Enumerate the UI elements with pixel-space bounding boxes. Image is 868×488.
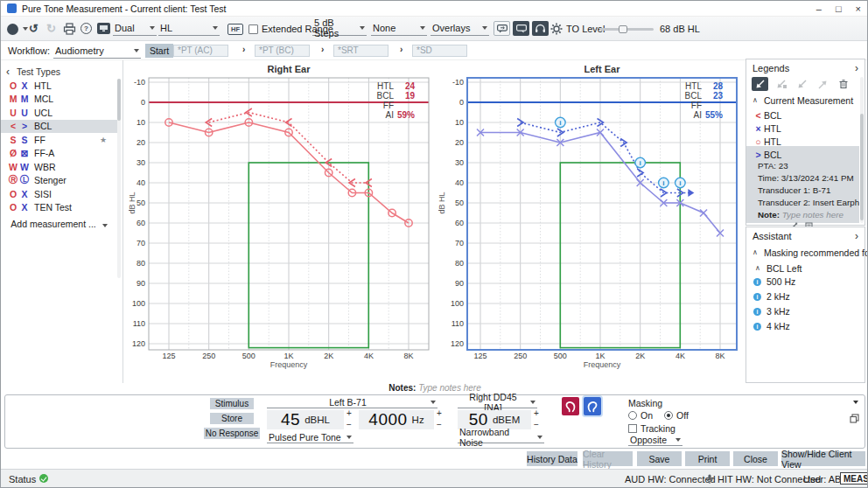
masking-badge-icon[interactable]: i — [676, 178, 686, 188]
history-data-button[interactable]: History Data — [527, 451, 578, 466]
svg-text:10: 10 — [136, 118, 145, 127]
masking-off-radio[interactable]: Off — [664, 410, 689, 421]
delete-curve-icon[interactable] — [835, 77, 851, 91]
settings-gear-icon[interactable] — [550, 23, 563, 35]
masking-badge-icon[interactable]: i — [556, 117, 566, 128]
tracking-checkbox[interactable]: Tracking — [628, 423, 676, 434]
test-type-mcl[interactable]: MMMCL — [1, 93, 117, 107]
collapse-masking-icon[interactable]: ∧ — [752, 248, 758, 256]
add-measurement-button[interactable]: Add measurement ... — [1, 219, 117, 229]
measurement-note[interactable]: Note: Type notes here — [746, 210, 859, 220]
level-decrease-button[interactable]: − — [345, 421, 354, 429]
frequency-decrease-button[interactable]: − — [435, 421, 444, 429]
svg-text:BCL: BCL — [377, 91, 395, 101]
left-ear-audiogram[interactable]: iiiiLeft Ear-100102030405060708090100110… — [438, 62, 746, 370]
masking-frequency-2-khz[interactable]: i2 kHz — [746, 291, 859, 302]
collapse-section-icon[interactable]: ∧ — [752, 96, 758, 104]
masking-unit: dBEM — [493, 415, 520, 425]
step-size-select[interactable]: 5 dB Steps — [312, 21, 367, 36]
overlays-select[interactable]: Overlays — [430, 21, 489, 36]
collapse-panel-icon[interactable] — [849, 398, 859, 407]
test-type-sisi[interactable]: OXSISI — [1, 187, 117, 201]
masking-frequency-500-hz[interactable]: i500 Hz — [746, 276, 859, 287]
close-button[interactable]: Close — [733, 451, 778, 466]
menu-caret-icon[interactable] — [19, 27, 28, 31]
masking-increase-button[interactable]: + — [532, 409, 541, 418]
show-hide-client-view-button[interactable]: Show/Hide Client View — [781, 451, 865, 466]
legends-expand-icon[interactable]: › — [855, 62, 858, 74]
svg-text:110: 110 — [452, 319, 464, 328]
masking-badge-icon[interactable]: i — [635, 157, 646, 168]
extended-range-checkbox[interactable] — [248, 24, 258, 34]
left-ear-icon[interactable] — [584, 397, 601, 415]
test-type-bcl[interactable]: <>BCL — [1, 120, 117, 134]
close-button[interactable]: × — [856, 3, 861, 14]
workflow-start-button[interactable]: Start — [145, 44, 173, 58]
masking-badge-icon[interactable]: i — [659, 178, 669, 188]
print-icon[interactable] — [63, 23, 76, 35]
app-icon — [7, 3, 17, 13]
collapse-sidebar-icon[interactable]: ‹ — [6, 66, 10, 78]
save-button[interactable]: Save — [637, 451, 682, 466]
talk-back-icon[interactable] — [513, 21, 529, 36]
legends-scrollbar[interactable] — [860, 77, 864, 223]
assistant-expand-icon[interactable]: › — [855, 230, 858, 242]
masking-on-radio[interactable]: On — [628, 410, 653, 421]
collapse-bcl-left-icon[interactable]: ∧ — [755, 264, 760, 272]
high-frequency-toggle[interactable]: HF — [228, 24, 243, 35]
masking-side-select[interactable]: Opposite — [628, 435, 682, 446]
store-button[interactable]: Store — [210, 413, 254, 424]
client-monitor-icon[interactable] — [97, 23, 110, 34]
menu-icon[interactable] — [6, 23, 18, 35]
noise-type-select[interactable]: Narrowband Noise — [458, 432, 544, 443]
sidebar-scrollbar[interactable] — [117, 79, 121, 278]
workflow-label: Workflow: — [8, 45, 50, 56]
right-ear-audiogram[interactable]: Right Ear-100102030405060708090100110120… — [129, 62, 440, 370]
clear-history-button: Clear History — [583, 451, 633, 466]
left-ear-symbol: ⊠ — [19, 148, 30, 158]
right-ear-symbol: < — [8, 121, 18, 131]
right-ear-icon[interactable] — [562, 397, 579, 415]
legend-item-bcl[interactable]: >BCL — [746, 148, 859, 161]
frequency-increase-button[interactable]: + — [435, 409, 444, 418]
test-type-ten-test[interactable]: OXTEN Test — [1, 201, 117, 215]
maximize-button[interactable]: □ — [836, 3, 842, 14]
curve-symbol: ○ — [752, 136, 764, 147]
masking-frequency-4-khz[interactable]: i4 kHz — [746, 321, 859, 331]
undo-icon[interactable]: ↺ — [29, 22, 38, 35]
minimize-button[interactable]: – — [816, 3, 822, 14]
stimulus-type-select[interactable]: Pulsed Pure Tone — [267, 432, 354, 443]
monitor-headset-icon[interactable] — [532, 21, 549, 36]
no-response-button[interactable]: No Response — [204, 428, 260, 439]
left-ear-audiogram-svg[interactable]: iiiiLeft Ear-100102030405060708090100110… — [438, 62, 746, 370]
to-level-slider-thumb[interactable] — [619, 25, 627, 33]
legend-item-htl[interactable]: ×HTL — [746, 122, 859, 135]
output-level-select[interactable]: HL — [158, 21, 220, 36]
print-button[interactable]: Print — [685, 451, 730, 466]
masking-frequency-3-khz[interactable]: i3 kHz — [746, 306, 859, 317]
test-type-ucl[interactable]: UUUCL — [1, 106, 117, 120]
store-measurement-icon[interactable] — [752, 77, 768, 91]
test-type-stenger[interactable]: ⓇⓁStenger — [1, 174, 117, 188]
right-transducer-select[interactable]: Right DD45 [NA] — [458, 397, 537, 408]
left-transducer-select[interactable]: Left B-71 — [267, 397, 438, 408]
stimulus-button[interactable]: Stimulus — [210, 398, 254, 409]
left-ear-symbol: W — [19, 162, 30, 172]
right-ear-audiogram-svg[interactable]: Right Ear-100102030405060708090100110120… — [129, 62, 440, 370]
test-type-wbr[interactable]: WWWBR — [1, 160, 117, 174]
svg-text:30: 30 — [136, 158, 145, 167]
popout-panel-icon[interactable] — [849, 413, 859, 423]
workflow-select[interactable]: Audiometry — [53, 44, 141, 59]
left-ear-symbol: > — [19, 121, 30, 131]
level-increase-button[interactable]: + — [345, 409, 354, 418]
help-icon[interactable]: ? — [80, 23, 92, 34]
counseling-overlay-select[interactable]: None — [371, 21, 427, 36]
test-type-ff[interactable]: SSFF★ — [1, 133, 117, 147]
legend-item-bcl[interactable]: <BCL — [746, 108, 859, 122]
talk-forward-icon[interactable] — [494, 21, 510, 36]
test-type-htl[interactable]: OXHTL — [1, 79, 117, 93]
test-type-ff-a[interactable]: Ø⊠FF-A — [1, 147, 117, 161]
legends-title: Legends — [752, 63, 789, 73]
stimulus-mode-select[interactable]: Dual — [113, 21, 157, 36]
frequency-value-box: 4000 Hz — [359, 410, 434, 429]
